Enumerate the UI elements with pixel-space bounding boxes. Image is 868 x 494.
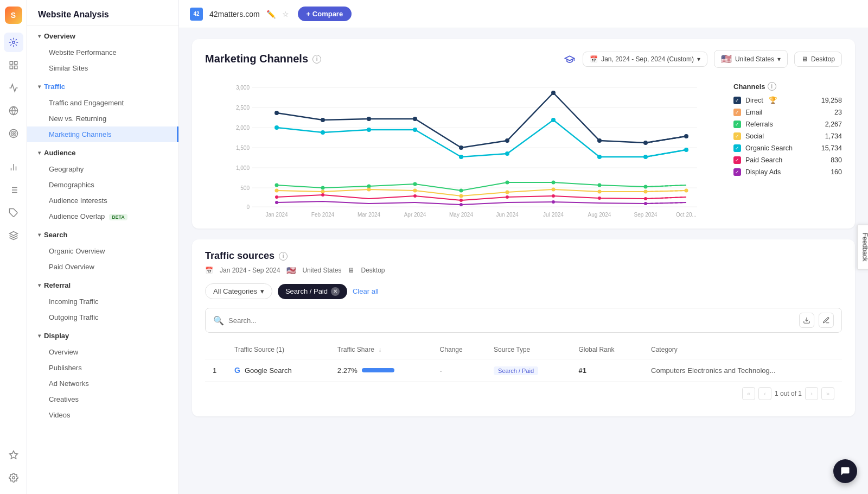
prev-page-btn[interactable]: ‹: [758, 387, 771, 400]
legend-item-paid-search[interactable]: ✓ Paid Search 830: [733, 156, 842, 164]
svg-point-76: [598, 183, 602, 187]
svg-text:Oct 20...: Oct 20...: [676, 212, 697, 218]
svg-point-64: [551, 118, 556, 122]
legend-item-email[interactable]: ✓ Email 23: [733, 109, 842, 116]
sidebar-item-website-performance[interactable]: Website Performance: [27, 45, 178, 60]
legend-checkbox-email[interactable]: ✓: [733, 109, 741, 116]
filters-row: All Categories ▾ Search / Paid ✕ Clear a…: [205, 283, 842, 299]
sidebar-item-organic-overview[interactable]: Organic Overview: [27, 243, 178, 259]
sidebar-group-display[interactable]: ▾ Display: [27, 327, 178, 344]
nav-settings-icon[interactable]: [4, 468, 23, 487]
mortarboard-icon[interactable]: [563, 53, 576, 66]
legend-item-referrals[interactable]: ✓ Referrals 2,267: [733, 121, 842, 128]
sidebar-item-creatives[interactable]: Creatives: [27, 391, 178, 407]
sidebar-item-new-returning[interactable]: New vs. Returning: [27, 111, 178, 126]
sidebar-item-marketing-channels[interactable]: Marketing Channels: [27, 126, 178, 142]
row-number: 1: [205, 359, 227, 382]
sidebar-item-paid-overview[interactable]: Paid Overview: [27, 259, 178, 275]
nav-layers-icon[interactable]: [4, 226, 23, 245]
device-btn[interactable]: 🖥 Desktop: [794, 52, 842, 67]
first-page-btn[interactable]: «: [742, 387, 755, 400]
page-info: 1 out of 1: [775, 390, 802, 397]
main-content: 42 42matters.com ✏️ ☆ + Compare Marketin…: [179, 0, 868, 494]
svg-line-88: [646, 191, 686, 192]
star-icon[interactable]: ☆: [282, 10, 289, 18]
legend-info-icon[interactable]: i: [768, 82, 776, 91]
legend-item-direct[interactable]: ✓ Direct 🏆 19,258: [733, 96, 842, 104]
svg-text:1,000: 1,000: [236, 165, 250, 171]
traffic-info-icon[interactable]: i: [279, 252, 288, 261]
search-input[interactable]: [228, 316, 799, 325]
table-settings-btn[interactable]: [819, 313, 834, 328]
sidebar-group-traffic[interactable]: ▾ Traffic: [27, 78, 178, 95]
sidebar-item-display-overview[interactable]: Overview: [27, 344, 178, 360]
legend-checkbox-organic-search[interactable]: ✓: [733, 144, 741, 152]
svg-point-74: [506, 181, 509, 185]
sidebar-item-geography[interactable]: Geography: [27, 161, 178, 177]
nav-grid-icon[interactable]: [4, 55, 23, 75]
nav-bar-icon[interactable]: [4, 157, 23, 177]
next-page-btn[interactable]: ›: [805, 387, 818, 400]
nav-globe-icon[interactable]: [4, 101, 23, 121]
nav-tag-icon[interactable]: [4, 203, 23, 223]
nav-list-icon[interactable]: [4, 180, 23, 200]
col-share[interactable]: Traffic Share ↓: [330, 340, 432, 359]
sidebar-item-publishers[interactable]: Publishers: [27, 360, 178, 376]
legend-item-organic-search[interactable]: ✓ Organic Search 15,734: [733, 144, 842, 152]
search-paid-filter[interactable]: Search / Paid ✕: [278, 284, 347, 299]
nav-target-icon[interactable]: [4, 124, 23, 143]
svg-point-80: [321, 190, 325, 194]
card-title: Marketing Channels i: [205, 53, 321, 65]
legend-item-social[interactable]: ✓ Social 1,734: [733, 132, 842, 140]
svg-point-53: [551, 91, 556, 95]
date-range-btn[interactable]: 📅 Jan, 2024 - Sep, 2024 (Custom) ▾: [583, 52, 707, 67]
sidebar-item-similar-sites[interactable]: Similar Sites: [27, 60, 178, 76]
chevron-icon: ▾: [38, 282, 41, 288]
clear-all-btn[interactable]: Clear all: [353, 287, 379, 295]
site-name: 42matters.com: [209, 10, 260, 18]
svg-point-8: [11, 131, 16, 136]
traffic-monitor-icon: 🖥: [348, 267, 354, 274]
source-badge: Search / Paid: [494, 366, 538, 375]
info-icon[interactable]: i: [312, 55, 321, 64]
feedback-tab[interactable]: Feedback: [858, 225, 868, 270]
sidebar-item-audience-overlap[interactable]: Audience Overlap BETA: [27, 208, 178, 224]
marketing-channels-card: Marketing Channels i 📅 Jan, 2024 - Sep, …: [192, 39, 855, 229]
chat-bubble[interactable]: [833, 459, 857, 483]
sidebar-group-overview[interactable]: ▾ Overview: [27, 28, 178, 45]
legend-checkbox-social[interactable]: ✓: [733, 132, 741, 140]
all-categories-btn[interactable]: All Categories ▾: [205, 283, 272, 299]
col-source[interactable]: Traffic Source (1): [227, 340, 330, 359]
sidebar-item-outgoing-traffic[interactable]: Outgoing Traffic: [27, 309, 178, 325]
traffic-table: Traffic Source (1) Traffic Share ↓ Chang…: [205, 340, 842, 382]
compare-button[interactable]: + Compare: [298, 7, 352, 21]
country-btn[interactable]: 🇺🇸 United States ▾: [714, 50, 788, 68]
legend-item-display-ads[interactable]: ✓ Display Ads 160: [733, 168, 842, 176]
legend-checkbox-paid-search[interactable]: ✓: [733, 156, 741, 164]
svg-point-82: [413, 189, 417, 193]
legend-checkbox-direct[interactable]: ✓: [733, 97, 741, 104]
svg-point-51: [459, 145, 463, 150]
sidebar-item-incoming-traffic[interactable]: Incoming Traffic: [27, 294, 178, 309]
sidebar-item-demographics[interactable]: Demographics: [27, 177, 178, 193]
edit-icon[interactable]: ✏️: [266, 10, 276, 18]
svg-text:1,500: 1,500: [236, 145, 250, 151]
sidebar-item-videos[interactable]: Videos: [27, 407, 178, 423]
sidebar-group-referral[interactable]: ▾ Referral: [27, 277, 178, 294]
svg-rect-2: [14, 61, 17, 64]
nav-star-icon[interactable]: [4, 445, 23, 465]
remove-filter-btn[interactable]: ✕: [331, 287, 340, 296]
sidebar-section-overview: ▾ Overview Website Performance Similar S…: [27, 28, 178, 76]
nav-home-icon[interactable]: [4, 33, 23, 52]
legend-checkbox-display-ads[interactable]: ✓: [733, 168, 741, 176]
sidebar-item-audience-interests[interactable]: Audience Interests: [27, 193, 178, 208]
sidebar-group-search[interactable]: ▾ Search: [27, 226, 178, 243]
last-page-btn[interactable]: »: [821, 387, 834, 400]
sidebar-item-ad-networks[interactable]: Ad Networks: [27, 376, 178, 391]
sidebar-group-audience[interactable]: ▾ Audience: [27, 144, 178, 161]
svg-point-62: [459, 155, 463, 159]
export-excel-btn[interactable]: [799, 313, 814, 328]
nav-chart-icon[interactable]: [4, 78, 23, 98]
sidebar-item-traffic-engagement[interactable]: Traffic and Engagement: [27, 95, 178, 111]
legend-checkbox-referrals[interactable]: ✓: [733, 121, 741, 128]
